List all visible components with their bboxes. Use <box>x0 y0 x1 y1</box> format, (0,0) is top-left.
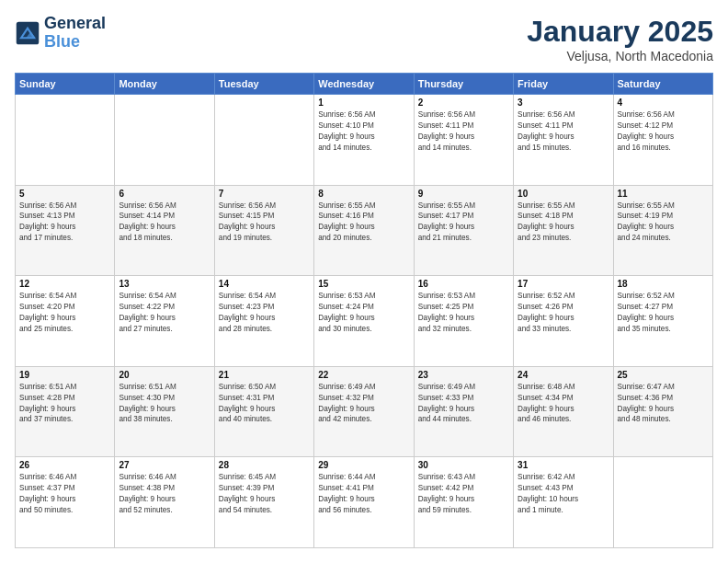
title-block: January 2025 Veljusa, North Macedonia <box>527 15 713 63</box>
calendar-cell: 12Sunrise: 6:54 AM Sunset: 4:20 PM Dayli… <box>16 276 115 367</box>
day-number: 12 <box>19 279 110 289</box>
day-info: Sunrise: 6:43 AM Sunset: 4:42 PM Dayligh… <box>418 472 509 516</box>
svg-rect-0 <box>17 22 40 45</box>
calendar-cell <box>613 457 712 548</box>
calendar-week-5: 26Sunrise: 6:46 AM Sunset: 4:37 PM Dayli… <box>16 457 713 548</box>
day-info: Sunrise: 6:44 AM Sunset: 4:41 PM Dayligh… <box>318 472 409 516</box>
logo-text: General Blue <box>44 15 106 52</box>
main-title: January 2025 <box>527 15 713 49</box>
calendar-week-2: 5Sunrise: 6:56 AM Sunset: 4:13 PM Daylig… <box>16 185 713 276</box>
header-saturday: Saturday <box>613 74 712 95</box>
day-info: Sunrise: 6:51 AM Sunset: 4:30 PM Dayligh… <box>119 382 210 426</box>
day-info: Sunrise: 6:45 AM Sunset: 4:39 PM Dayligh… <box>219 472 310 516</box>
day-number: 17 <box>518 279 609 289</box>
calendar-cell: 22Sunrise: 6:49 AM Sunset: 4:32 PM Dayli… <box>314 366 414 457</box>
day-info: Sunrise: 6:52 AM Sunset: 4:27 PM Dayligh… <box>618 291 709 335</box>
header-wednesday: Wednesday <box>314 74 414 95</box>
day-number: 18 <box>618 279 709 289</box>
day-info: Sunrise: 6:54 AM Sunset: 4:22 PM Dayligh… <box>119 291 210 335</box>
page: General Blue January 2025 Veljusa, North… <box>0 0 728 563</box>
day-number: 15 <box>318 279 409 289</box>
calendar-cell: 21Sunrise: 6:50 AM Sunset: 4:31 PM Dayli… <box>214 366 313 457</box>
day-info: Sunrise: 6:42 AM Sunset: 4:43 PM Dayligh… <box>518 472 609 516</box>
day-number: 26 <box>19 460 110 470</box>
day-number: 1 <box>318 98 409 108</box>
calendar-cell: 24Sunrise: 6:48 AM Sunset: 4:34 PM Dayli… <box>514 366 613 457</box>
calendar-week-1: 1Sunrise: 6:56 AM Sunset: 4:10 PM Daylig… <box>16 95 713 186</box>
day-info: Sunrise: 6:55 AM Sunset: 4:16 PM Dayligh… <box>318 201 409 245</box>
day-info: Sunrise: 6:56 AM Sunset: 4:12 PM Dayligh… <box>618 109 709 154</box>
day-number: 9 <box>418 189 509 199</box>
day-number: 16 <box>418 279 509 289</box>
day-info: Sunrise: 6:56 AM Sunset: 4:10 PM Dayligh… <box>318 109 409 154</box>
day-number: 25 <box>618 370 709 380</box>
header-sunday: Sunday <box>16 74 115 95</box>
day-number: 19 <box>19 370 110 380</box>
day-info: Sunrise: 6:49 AM Sunset: 4:32 PM Dayligh… <box>318 382 409 426</box>
calendar-cell: 29Sunrise: 6:44 AM Sunset: 4:41 PM Dayli… <box>314 457 414 548</box>
day-number: 14 <box>219 279 310 289</box>
day-number: 27 <box>119 460 210 470</box>
calendar-cell: 30Sunrise: 6:43 AM Sunset: 4:42 PM Dayli… <box>414 457 513 548</box>
day-number: 11 <box>618 189 709 199</box>
day-info: Sunrise: 6:56 AM Sunset: 4:15 PM Dayligh… <box>219 201 310 245</box>
calendar: Sunday Monday Tuesday Wednesday Thursday… <box>15 73 713 548</box>
day-info: Sunrise: 6:53 AM Sunset: 4:24 PM Dayligh… <box>318 291 409 335</box>
calendar-cell: 18Sunrise: 6:52 AM Sunset: 4:27 PM Dayli… <box>613 276 712 367</box>
day-info: Sunrise: 6:46 AM Sunset: 4:38 PM Dayligh… <box>119 472 210 516</box>
day-info: Sunrise: 6:46 AM Sunset: 4:37 PM Dayligh… <box>19 472 110 516</box>
calendar-cell: 14Sunrise: 6:54 AM Sunset: 4:23 PM Dayli… <box>214 276 313 367</box>
day-number: 29 <box>318 460 409 470</box>
calendar-cell: 5Sunrise: 6:56 AM Sunset: 4:13 PM Daylig… <box>16 185 115 276</box>
header-thursday: Thursday <box>414 74 513 95</box>
day-info: Sunrise: 6:55 AM Sunset: 4:19 PM Dayligh… <box>618 201 709 245</box>
calendar-cell <box>115 95 214 186</box>
day-number: 21 <box>219 370 310 380</box>
day-number: 4 <box>618 98 709 108</box>
day-info: Sunrise: 6:49 AM Sunset: 4:33 PM Dayligh… <box>418 382 509 426</box>
calendar-cell: 31Sunrise: 6:42 AM Sunset: 4:43 PM Dayli… <box>514 457 613 548</box>
logo-icon <box>15 20 40 46</box>
calendar-cell: 23Sunrise: 6:49 AM Sunset: 4:33 PM Dayli… <box>414 366 513 457</box>
calendar-cell: 9Sunrise: 6:55 AM Sunset: 4:17 PM Daylig… <box>414 185 513 276</box>
day-number: 5 <box>19 189 110 199</box>
day-number: 22 <box>318 370 409 380</box>
calendar-cell: 8Sunrise: 6:55 AM Sunset: 4:16 PM Daylig… <box>314 185 414 276</box>
calendar-cell: 13Sunrise: 6:54 AM Sunset: 4:22 PM Dayli… <box>115 276 214 367</box>
calendar-cell: 26Sunrise: 6:46 AM Sunset: 4:37 PM Dayli… <box>16 457 115 548</box>
calendar-cell: 15Sunrise: 6:53 AM Sunset: 4:24 PM Dayli… <box>314 276 414 367</box>
calendar-cell: 3Sunrise: 6:56 AM Sunset: 4:11 PM Daylig… <box>514 95 613 186</box>
day-info: Sunrise: 6:54 AM Sunset: 4:23 PM Dayligh… <box>219 291 310 335</box>
day-info: Sunrise: 6:52 AM Sunset: 4:26 PM Dayligh… <box>518 291 609 335</box>
calendar-cell: 10Sunrise: 6:55 AM Sunset: 4:18 PM Dayli… <box>514 185 613 276</box>
subtitle: Veljusa, North Macedonia <box>527 49 713 63</box>
calendar-cell: 4Sunrise: 6:56 AM Sunset: 4:12 PM Daylig… <box>613 95 712 186</box>
day-info: Sunrise: 6:56 AM Sunset: 4:11 PM Dayligh… <box>418 109 509 154</box>
calendar-cell: 2Sunrise: 6:56 AM Sunset: 4:11 PM Daylig… <box>414 95 513 186</box>
day-number: 30 <box>418 460 509 470</box>
day-info: Sunrise: 6:47 AM Sunset: 4:36 PM Dayligh… <box>618 382 709 426</box>
day-number: 6 <box>119 189 210 199</box>
day-info: Sunrise: 6:50 AM Sunset: 4:31 PM Dayligh… <box>219 382 310 426</box>
day-info: Sunrise: 6:54 AM Sunset: 4:20 PM Dayligh… <box>19 291 110 335</box>
logo-line1: General <box>44 15 106 33</box>
day-info: Sunrise: 6:48 AM Sunset: 4:34 PM Dayligh… <box>518 382 609 426</box>
day-number: 7 <box>219 189 310 199</box>
calendar-cell: 19Sunrise: 6:51 AM Sunset: 4:28 PM Dayli… <box>16 366 115 457</box>
calendar-cell: 6Sunrise: 6:56 AM Sunset: 4:14 PM Daylig… <box>115 185 214 276</box>
header: General Blue January 2025 Veljusa, North… <box>15 15 713 63</box>
day-number: 20 <box>119 370 210 380</box>
day-info: Sunrise: 6:55 AM Sunset: 4:17 PM Dayligh… <box>418 201 509 245</box>
calendar-cell: 16Sunrise: 6:53 AM Sunset: 4:25 PM Dayli… <box>414 276 513 367</box>
calendar-cell <box>16 95 115 186</box>
day-number: 13 <box>119 279 210 289</box>
logo-line2: Blue <box>44 32 80 51</box>
calendar-cell: 7Sunrise: 6:56 AM Sunset: 4:15 PM Daylig… <box>214 185 313 276</box>
day-info: Sunrise: 6:56 AM Sunset: 4:14 PM Dayligh… <box>119 201 210 245</box>
calendar-cell: 25Sunrise: 6:47 AM Sunset: 4:36 PM Dayli… <box>613 366 712 457</box>
logo: General Blue <box>15 15 106 52</box>
calendar-week-4: 19Sunrise: 6:51 AM Sunset: 4:28 PM Dayli… <box>16 366 713 457</box>
calendar-week-3: 12Sunrise: 6:54 AM Sunset: 4:20 PM Dayli… <box>16 276 713 367</box>
calendar-cell <box>214 95 313 186</box>
calendar-cell: 17Sunrise: 6:52 AM Sunset: 4:26 PM Dayli… <box>514 276 613 367</box>
